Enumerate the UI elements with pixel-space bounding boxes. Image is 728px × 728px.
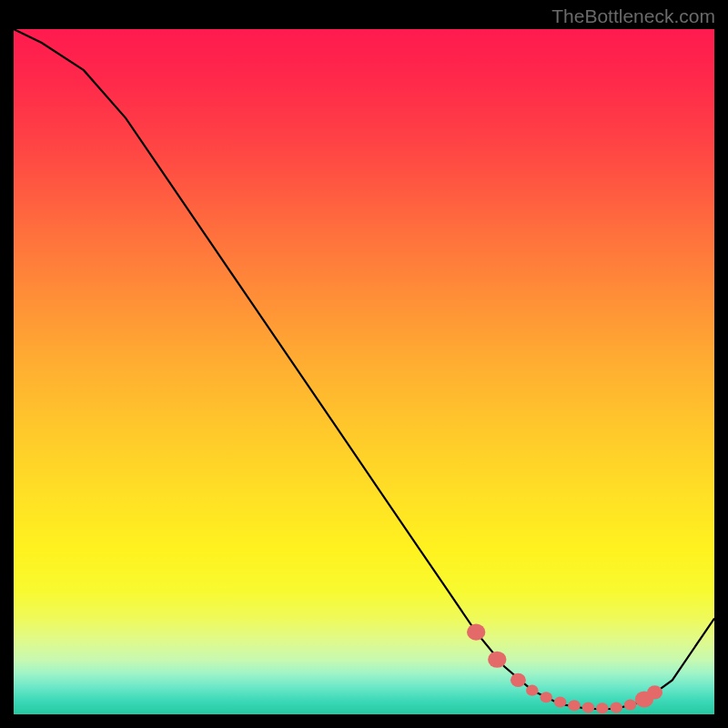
- chart-marker: [610, 702, 622, 713]
- chart-marker: [511, 673, 526, 687]
- chart-marker: [624, 699, 637, 710]
- chart-marker: [582, 702, 595, 713]
- chart-marker: [554, 696, 567, 707]
- chart-markers-group: [467, 624, 662, 714]
- chart-marker: [488, 652, 506, 668]
- chart-marker: [568, 700, 581, 711]
- chart-marker: [647, 685, 662, 699]
- watermark-text: TheBottleneck.com: [551, 5, 715, 27]
- chart-marker: [526, 685, 539, 696]
- chart-svg: [14, 29, 714, 714]
- chart-plot-area: [14, 29, 714, 714]
- chart-marker: [540, 692, 552, 703]
- chart-marker: [467, 624, 485, 641]
- chart-marker: [596, 703, 609, 713]
- chart-curve-line: [14, 29, 714, 709]
